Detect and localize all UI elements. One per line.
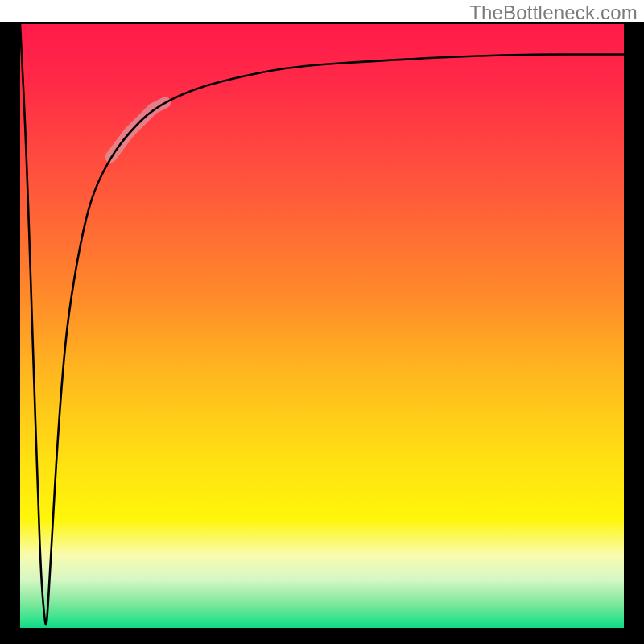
chart-stage: TheBottleneck.com <box>0 0 644 644</box>
curve-layer <box>20 24 624 628</box>
watermark-text: TheBottleneck.com <box>469 2 638 24</box>
bottleneck-curve <box>20 24 624 625</box>
curve-highlight-segment <box>111 103 166 158</box>
plot-frame <box>0 22 644 644</box>
